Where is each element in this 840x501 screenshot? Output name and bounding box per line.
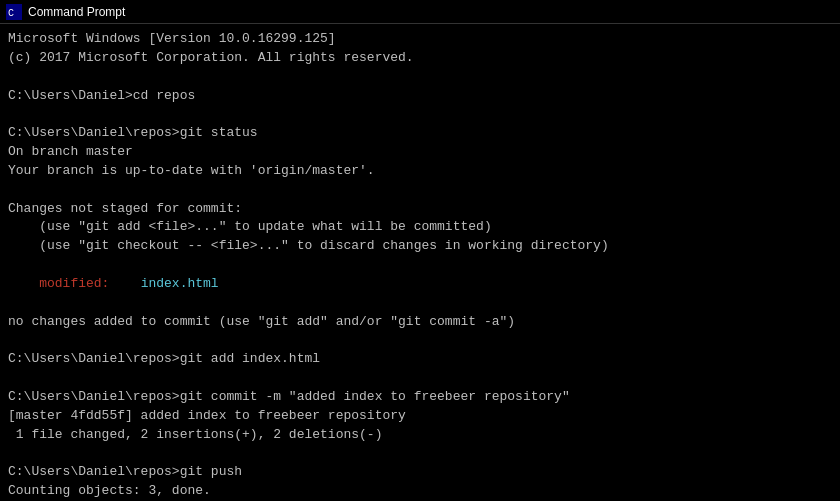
title-bar: C Command Prompt — [0, 0, 840, 24]
title-bar-text: Command Prompt — [28, 5, 125, 19]
svg-text:C: C — [8, 8, 14, 19]
terminal-body: Microsoft Windows [Version 10.0.16299.12… — [0, 24, 840, 501]
cmd-icon: C — [6, 4, 22, 20]
